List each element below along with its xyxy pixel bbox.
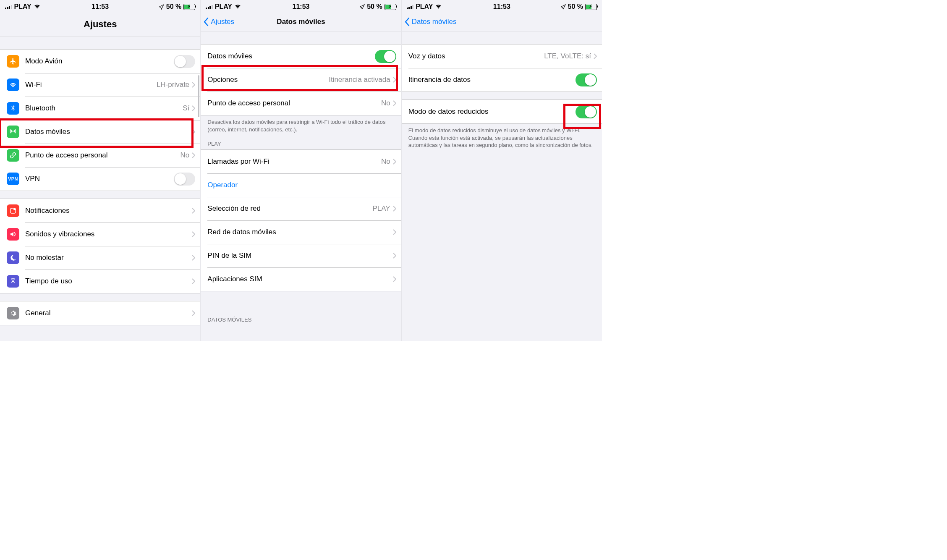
row-label: Red de datos móviles <box>207 228 392 236</box>
cellular-data-toggle[interactable] <box>375 50 396 63</box>
chevron-right-icon <box>192 105 195 111</box>
group-header: DATOS MÓVILES <box>201 309 401 325</box>
row-options[interactable]: Opciones Itinerancia activada <box>201 68 401 92</box>
row-label: Wi-Fi <box>25 81 157 89</box>
svg-point-1 <box>13 208 16 210</box>
airplane-icon <box>7 55 19 68</box>
row-data-roaming[interactable]: Itinerancia de datos <box>402 68 602 92</box>
row-cellular[interactable]: Datos móviles <box>0 120 200 144</box>
vpn-toggle[interactable] <box>174 173 195 186</box>
battery-icon: ⚡︎ <box>385 4 396 10</box>
chevron-right-icon <box>594 53 597 59</box>
row-carrier[interactable]: Operador <box>201 173 401 197</box>
vpn-icon: VPN <box>7 173 19 185</box>
settings-list[interactable]: Modo Avión Wi-Fi LH-private Bluetooth Sí <box>0 37 200 341</box>
row-wifi-calling[interactable]: Llamadas por Wi-Fi No <box>201 150 401 173</box>
row-bluetooth[interactable]: Bluetooth Sí <box>0 97 200 120</box>
row-label: Itinerancia de datos <box>408 76 576 84</box>
airplane-toggle[interactable] <box>174 55 195 68</box>
carrier-label: PLAY <box>215 3 232 10</box>
row-value: LTE, VoLTE: sí <box>544 52 591 60</box>
settings-root-screen: PLAY 11:53 50 % ⚡︎ Ajustes Modo Avión <box>0 0 201 341</box>
chevron-right-icon <box>192 82 195 88</box>
link-icon <box>7 149 19 162</box>
wifi-icon <box>234 3 241 10</box>
row-dnd[interactable]: No molestar <box>0 246 200 270</box>
chevron-right-icon <box>393 206 396 212</box>
chevron-right-icon <box>393 77 396 83</box>
wifi-icon <box>7 79 19 91</box>
battery-percent: 50 % <box>367 3 382 10</box>
row-label: Operador <box>207 181 396 189</box>
row-value: No <box>381 157 390 166</box>
chevron-right-icon <box>192 310 195 316</box>
hourglass-icon <box>7 275 19 288</box>
group-header: PLAY <box>201 133 401 149</box>
group-footer: El modo de datos reducidos disminuye el … <box>402 124 602 149</box>
carrier-label: PLAY <box>416 3 433 10</box>
row-label: Llamadas por Wi-Fi <box>207 157 381 166</box>
chevron-right-icon <box>393 253 396 259</box>
row-wifi[interactable]: Wi-Fi LH-private <box>0 73 200 97</box>
back-button[interactable]: Datos móviles <box>404 17 457 26</box>
row-general[interactable]: General <box>0 301 200 325</box>
row-value: No <box>381 99 390 107</box>
chevron-right-icon <box>192 278 195 284</box>
row-value: PLAY <box>372 204 390 213</box>
roaming-toggle[interactable] <box>576 73 597 86</box>
low-data-toggle[interactable] <box>576 105 597 118</box>
row-vpn[interactable]: VPN VPN <box>0 167 200 191</box>
row-sounds[interactable]: Sonidos y vibraciones <box>0 222 200 246</box>
speaker-icon <box>7 228 19 241</box>
options-list[interactable]: Voz y datos LTE, VoLTE: sí Itinerancia d… <box>402 31 602 341</box>
nav-bar: Datos móviles <box>402 13 602 31</box>
status-bar: PLAY 11:53 50 % ⚡︎ <box>201 0 401 13</box>
row-label: Voz y datos <box>408 52 544 60</box>
row-label: Punto de acceso personal <box>25 151 181 160</box>
row-cellular-toggle[interactable]: Datos móviles <box>201 44 401 68</box>
chevron-right-icon <box>192 129 195 135</box>
row-label: PIN de la SIM <box>207 251 392 260</box>
row-label: Datos móviles <box>207 52 374 60</box>
page-title: Datos móviles <box>277 18 325 26</box>
chevron-left-icon <box>203 17 209 26</box>
row-label: General <box>25 309 192 317</box>
row-network-select[interactable]: Selección de red PLAY <box>201 197 401 220</box>
row-label: Opciones <box>207 76 329 84</box>
status-time: 11:53 <box>92 3 109 10</box>
back-label: Ajustes <box>211 18 234 26</box>
signal-bars-icon <box>206 4 213 9</box>
location-icon <box>359 4 365 10</box>
row-voice-data[interactable]: Voz y datos LTE, VoLTE: sí <box>402 44 602 68</box>
row-airplane[interactable]: Modo Avión <box>0 50 200 73</box>
location-icon <box>560 4 566 10</box>
row-sim-apps[interactable]: Aplicaciones SIM <box>201 267 401 291</box>
nav-bar: Ajustes <box>0 13 200 37</box>
row-label: Datos móviles <box>25 128 192 136</box>
group-footer: Desactiva los datos móviles para restrin… <box>201 115 401 133</box>
row-label: Modo de datos reducidos <box>408 107 576 116</box>
row-hotspot[interactable]: Punto de acceso personal No <box>201 92 401 115</box>
battery-icon: ⚡︎ <box>585 4 597 10</box>
chevron-right-icon <box>192 208 195 214</box>
chevron-right-icon <box>192 152 195 158</box>
options-screen: PLAY 11:53 50 % ⚡︎ Datos móviles Voz y d… <box>402 0 602 341</box>
row-data-network[interactable]: Red de datos móviles <box>201 220 401 244</box>
chevron-right-icon <box>393 276 396 282</box>
row-hotspot[interactable]: Punto de acceso personal No <box>0 144 200 167</box>
row-label: Notificaciones <box>25 207 192 215</box>
row-label: Bluetooth <box>25 104 183 113</box>
chevron-right-icon <box>192 231 195 237</box>
row-sim-pin[interactable]: PIN de la SIM <box>201 244 401 267</box>
row-label: Sonidos y vibraciones <box>25 230 192 238</box>
row-low-data-mode[interactable]: Modo de datos reducidos <box>402 100 602 123</box>
row-label: VPN <box>25 175 174 183</box>
cellular-list[interactable]: Datos móviles Opciones Itinerancia activ… <box>201 31 401 341</box>
page-title: Ajustes <box>84 19 117 30</box>
moon-icon <box>7 251 19 264</box>
row-notifications[interactable]: Notificaciones <box>0 199 200 222</box>
chevron-left-icon <box>404 17 410 26</box>
row-value: No <box>181 151 190 160</box>
row-screentime[interactable]: Tiempo de uso <box>0 270 200 293</box>
back-button[interactable]: Ajustes <box>203 17 234 26</box>
